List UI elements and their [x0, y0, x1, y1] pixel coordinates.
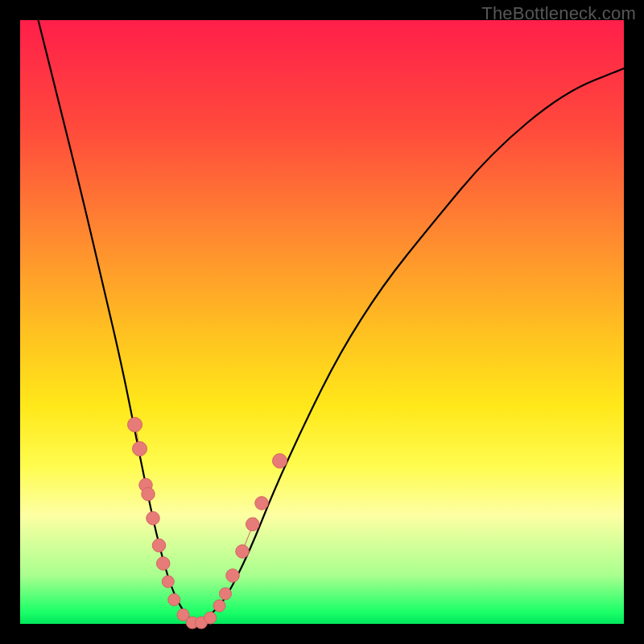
marker-dots	[128, 418, 287, 630]
marker-dot	[204, 612, 217, 624]
marker-dot	[133, 442, 147, 456]
marker-dot	[226, 569, 240, 583]
marker-dot	[128, 418, 142, 432]
marker-dot	[213, 600, 225, 612]
marker-dot	[246, 518, 260, 531]
chart-overlay	[20, 20, 624, 624]
marker-dot	[147, 512, 160, 526]
bottleneck-curve	[39, 20, 625, 622]
marker-dot	[142, 488, 155, 502]
marker-dot	[152, 539, 166, 552]
marker-dot	[255, 497, 269, 510]
marker-dot	[162, 576, 174, 588]
marker-dot	[220, 588, 232, 600]
marker-dot	[168, 594, 180, 606]
marker-dot	[236, 545, 250, 559]
marker-dot	[157, 557, 171, 571]
marker-dot	[273, 454, 287, 469]
